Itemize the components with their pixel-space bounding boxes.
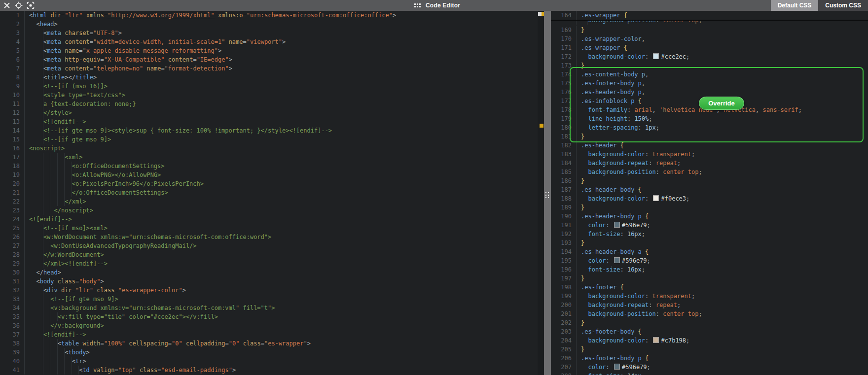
line-number: 21 bbox=[0, 188, 25, 197]
line-number: 171 bbox=[551, 43, 577, 52]
code-line: 197} bbox=[551, 274, 868, 283]
color-swatch bbox=[653, 337, 659, 343]
code-line: 19<o:AllowPNG></o:AllowPNG> bbox=[0, 170, 538, 179]
line-number: 164 bbox=[551, 11, 577, 20]
line-number: 13 bbox=[0, 117, 25, 126]
code-line-text: .es-footer-body p { bbox=[577, 354, 649, 363]
splitter-grip-icon[interactable] bbox=[545, 192, 549, 198]
code-line-text: background-color: transparent; bbox=[577, 150, 695, 159]
html-code-editor[interactable]: 1<html dir="ltr" xmlns="http://www.w3.or… bbox=[0, 11, 538, 375]
code-line: 28</w:WordDocument> bbox=[0, 250, 538, 259]
code-line-text: <o:PixelsPerInch>96</o:PixelsPerInch> bbox=[25, 179, 204, 188]
code-line: 36</v:background> bbox=[0, 321, 538, 330]
code-line-text: </xml> bbox=[25, 197, 86, 206]
code-line: 182.es-header { bbox=[551, 141, 868, 150]
line-number: 36 bbox=[0, 321, 25, 330]
line-number: 192 bbox=[551, 230, 577, 239]
code-line-text: <tbody> bbox=[25, 348, 90, 357]
line-number: 5 bbox=[0, 46, 25, 55]
code-line: 29</xml><![endif]--> bbox=[0, 259, 538, 268]
override-button[interactable]: Override bbox=[699, 97, 744, 110]
code-line-text: <w:WordDocument xmlns:w="urn:schemas-mic… bbox=[25, 233, 271, 241]
code-line-text: .es-infoblock p { bbox=[577, 97, 642, 105]
line-number: 9 bbox=[0, 82, 25, 91]
code-line-text: <title></title> bbox=[25, 73, 97, 82]
code-line-text: </style> bbox=[25, 108, 72, 117]
code-line-text: background-color: #f0ece3; bbox=[577, 194, 689, 203]
code-line-text: .es-header-body p { bbox=[577, 212, 649, 221]
code-line-text: .es-header-body p, bbox=[577, 88, 645, 97]
line-number: 8 bbox=[0, 73, 25, 82]
code-line: 1<html dir="ltr" xmlns="http://www.w3.or… bbox=[0, 11, 538, 20]
line-number: 31 bbox=[0, 277, 25, 286]
code-line-text: <!--[if gte mso 9]><style>sup { font-siz… bbox=[25, 126, 332, 135]
code-line-text: <![endif]--> bbox=[25, 330, 86, 339]
line-number: 189 bbox=[551, 203, 577, 212]
code-line: 8<title></title> bbox=[0, 73, 538, 82]
line-number: 208 bbox=[551, 372, 577, 375]
code-line: 4<meta content="width=device-width, init… bbox=[0, 37, 538, 46]
code-line: 32<div dir="ltr" class="es-wrapper-color… bbox=[0, 286, 538, 295]
code-line: 12</style> bbox=[0, 108, 538, 117]
drag-handle-icon[interactable] bbox=[414, 3, 421, 7]
code-line: 180letter-spacing: 1px; bbox=[551, 123, 868, 132]
line-number: 18 bbox=[0, 162, 25, 170]
panel-title: Code Editor bbox=[426, 2, 460, 9]
code-line: 181} bbox=[551, 132, 868, 141]
code-line: 10<style type="text/css"> bbox=[0, 91, 538, 100]
line-number: 188 bbox=[551, 194, 577, 203]
code-line-text: .es-header { bbox=[577, 141, 624, 150]
code-line-text: color: #596e79; bbox=[577, 221, 651, 230]
line-number: 177 bbox=[551, 97, 577, 105]
code-line-text: .es-wrapper { bbox=[577, 43, 627, 52]
code-line: 6<meta http-equiv="X-UA-Compatible" cont… bbox=[0, 55, 538, 64]
focus-icon[interactable] bbox=[26, 0, 36, 10]
line-number: 198 bbox=[551, 283, 577, 292]
code-line-text: background-color: #c7b198; bbox=[577, 336, 689, 345]
crosshair-icon[interactable] bbox=[14, 0, 24, 10]
line-number: 24 bbox=[0, 215, 25, 224]
code-line: 206.es-footer-body p { bbox=[551, 354, 868, 363]
code-line-text: } bbox=[577, 61, 584, 70]
code-line-text: </o:OfficeDocumentSettings> bbox=[25, 188, 168, 197]
line-number: 204 bbox=[551, 336, 577, 345]
line-number: 205 bbox=[551, 345, 577, 354]
code-line-text: font-size: 16px; bbox=[577, 265, 645, 274]
code-line: 35<v:fill type="tile" color="#cce2ec"></… bbox=[0, 312, 538, 321]
panel-splitter[interactable] bbox=[544, 11, 551, 375]
code-line-text: .es-footer-body { bbox=[577, 327, 642, 336]
left-editor-overview-ruler[interactable] bbox=[538, 11, 544, 375]
code-line: 172background-color: #cce2ec; bbox=[551, 52, 868, 61]
tab-default-css[interactable]: Default CSS bbox=[771, 0, 819, 11]
line-number: 183 bbox=[551, 150, 577, 159]
line-number: 182 bbox=[551, 141, 577, 150]
code-line-text: .es-header-body a { bbox=[577, 247, 649, 256]
line-number: 19 bbox=[0, 170, 25, 179]
code-line-text: <!--[if (mso 16)]> bbox=[25, 82, 108, 91]
line-number: 201 bbox=[551, 309, 577, 318]
line-number: 172 bbox=[551, 52, 577, 61]
code-line-text: <table width="100%" cellspacing="0" cell… bbox=[25, 339, 311, 348]
line-number: 14 bbox=[0, 126, 25, 135]
code-line: 25<!--[if mso]><xml> bbox=[0, 224, 538, 233]
code-line: 184background-repeat: repeat; bbox=[551, 159, 868, 168]
code-line: 164.es-wrapper { bbox=[551, 11, 868, 20]
code-line: 191color: #596e79; bbox=[551, 221, 868, 230]
code-line-text: <head> bbox=[25, 20, 58, 29]
code-line-text: background-position: center top; bbox=[577, 168, 702, 176]
tab-custom-css[interactable]: Custom CSS bbox=[818, 0, 868, 11]
code-line: 202} bbox=[551, 318, 868, 327]
code-line: 198.es-footer { bbox=[551, 283, 868, 292]
line-number: 23 bbox=[0, 206, 25, 215]
code-line-text: font-size: 14px; bbox=[577, 372, 645, 375]
code-line-text: <body class="body"> bbox=[25, 277, 104, 286]
line-number: 199 bbox=[551, 292, 577, 301]
code-line: 27<w:DontUseAdvancedTypographyReadingMai… bbox=[0, 241, 538, 250]
line-number: 185 bbox=[551, 168, 577, 176]
line-number: 202 bbox=[551, 318, 577, 327]
close-icon[interactable] bbox=[2, 0, 12, 10]
line-number: 6 bbox=[0, 55, 25, 64]
css-code-editor[interactable]: Override 164.es-wrapper {background-posi… bbox=[551, 11, 868, 375]
line-number: 40 bbox=[0, 357, 25, 366]
line-number: 187 bbox=[551, 185, 577, 194]
